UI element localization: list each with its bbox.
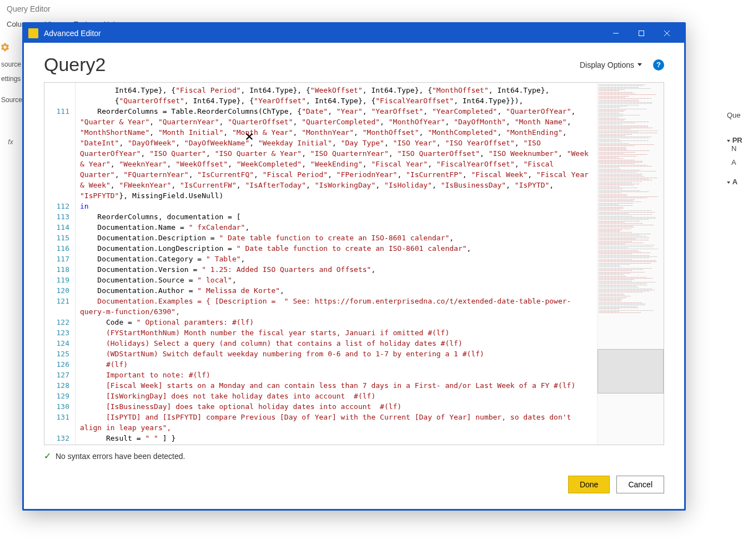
svg-rect-1	[639, 31, 644, 36]
maximize-button[interactable]	[629, 24, 654, 43]
modal-titlebar: Advanced Editor	[24, 24, 684, 43]
status-text: No syntax errors have been detected.	[56, 452, 185, 461]
app-icon	[28, 28, 38, 38]
modal-header: Query2 Display Options ?	[24, 43, 684, 82]
code-editor[interactable]: 1111121131141151161171181191201211221231…	[44, 82, 664, 445]
cancel-button[interactable]: Cancel	[616, 476, 664, 493]
bg-right-a: A	[727, 158, 748, 167]
help-button[interactable]: ?	[653, 59, 664, 70]
done-button[interactable]: Done	[568, 476, 610, 493]
bg-settings-label: ettings	[0, 72, 21, 86]
bg-right-n: N	[727, 144, 748, 153]
status-bar: ✓ No syntax errors have been detected.	[24, 445, 684, 465]
line-number-gutter: 1111121131141151161171181191201211221231…	[44, 83, 76, 445]
minimap-viewport[interactable]	[598, 349, 664, 393]
bg-source-label: source	[0, 57, 21, 72]
code-text-area[interactable]: Int64.Type}, {"Fiscal Period", Int64.Typ…	[76, 83, 597, 445]
bg-right-al: A	[732, 178, 737, 186]
query-title: Query2	[44, 54, 580, 75]
modal-footer: Done Cancel	[24, 465, 684, 509]
display-options-dropdown[interactable]: Display Options	[580, 60, 642, 69]
display-options-label: Display Options	[580, 60, 634, 69]
bg-right-que: Que	[727, 111, 748, 119]
bg-right-panel: Que PR N A A	[727, 111, 748, 186]
bg-window-title: Query Editor	[0, 0, 748, 18]
close-button[interactable]	[654, 24, 680, 43]
bg-left-sidebar: source ettings Sources fx	[0, 39, 21, 149]
minimize-button[interactable]	[603, 24, 629, 43]
minimap[interactable]: xxxxxxxxxxxxxxxxxxxxxxxxxxxxxxxxxxxxxxxx…	[597, 83, 664, 445]
minimap-content: xxxxxxxxxxxxxxxxxxxxxxxxxxxxxxxxxxxxxxxx…	[598, 83, 664, 314]
bg-right-pr: PR	[732, 136, 742, 144]
check-icon: ✓	[44, 451, 51, 461]
modal-title: Advanced Editor	[44, 29, 603, 38]
bg-sources-label: Sources	[0, 93, 21, 107]
fx-icon[interactable]: fx	[0, 135, 21, 149]
advanced-editor-modal: Advanced Editor Query2 Display Options ?…	[22, 22, 686, 511]
gear-icon	[0, 42, 10, 52]
chevron-down-icon	[637, 63, 642, 66]
